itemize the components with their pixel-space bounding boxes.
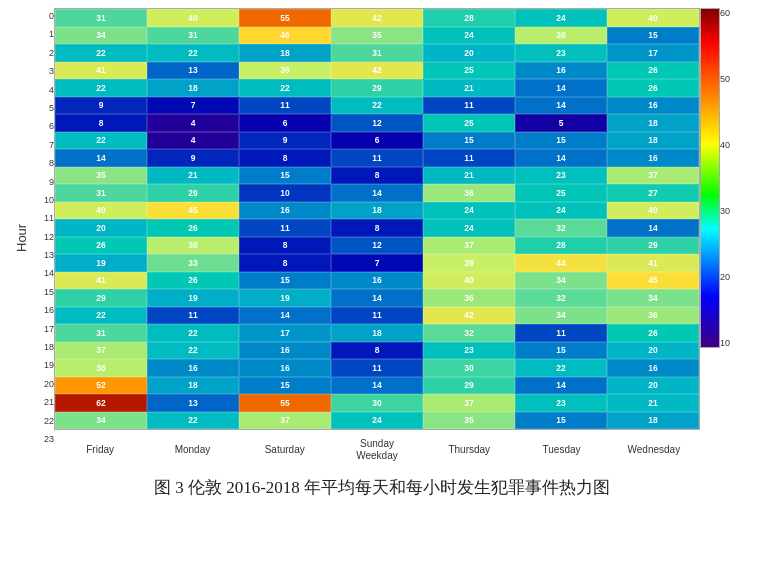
heatmap-cell: 11 — [239, 97, 331, 115]
heatmap-cell: 13 — [147, 394, 239, 412]
heatmap-cell: 26 — [147, 272, 239, 290]
heatmap-cell: 31 — [331, 44, 423, 62]
colorbar-tick: 60 — [720, 8, 730, 18]
heatmap-cell: 55 — [239, 9, 331, 27]
heatmap-cell: 27 — [607, 184, 699, 202]
heatmap-cell: 16 — [515, 62, 607, 80]
heatmap-cell: 18 — [607, 114, 699, 132]
y-tick: 0 — [32, 12, 54, 21]
heatmap-cell: 21 — [423, 79, 515, 97]
heatmap-cell: 11 — [239, 219, 331, 237]
heatmap-cell: 15 — [423, 132, 515, 150]
heatmap-cell: 14 — [515, 149, 607, 167]
heatmap-cell: 29 — [423, 377, 515, 395]
heatmap-cell: 42 — [423, 307, 515, 325]
heatmap-cell: 41 — [607, 254, 699, 272]
y-tick: 14 — [32, 269, 54, 278]
heatmap-cell: 25 — [423, 114, 515, 132]
heatmap-cell: 30 — [331, 394, 423, 412]
heatmap-cell: 25 — [423, 62, 515, 80]
heatmap-cell: 8 — [239, 149, 331, 167]
heatmap-cell: 29 — [55, 289, 147, 307]
heatmap-cell: 14 — [607, 219, 699, 237]
x-tick-2: Saturday — [239, 432, 331, 468]
heatmap-cell: 12 — [331, 114, 423, 132]
heatmap-container: 3140554228244034314635243815222218312023… — [54, 8, 700, 468]
heatmap-cell: 29 — [147, 184, 239, 202]
heatmap-cell: 7 — [147, 97, 239, 115]
heatmap-cell: 34 — [607, 289, 699, 307]
heatmap-cell: 7 — [331, 254, 423, 272]
y-tick: 7 — [32, 141, 54, 150]
x-tick-1: Monday — [146, 432, 238, 468]
x-axis: FridayMondaySaturdaySundayWeekdayThursda… — [54, 432, 700, 468]
heatmap-cell: 24 — [423, 27, 515, 45]
heatmap-cell: 40 — [423, 272, 515, 290]
heatmap-cell: 15 — [515, 412, 607, 430]
heatmap-cell: 11 — [331, 307, 423, 325]
heatmap-cell: 16 — [239, 342, 331, 360]
heatmap-and-colorbar: 3140554228244034314635243815222218312023… — [54, 8, 752, 468]
heatmap-cell: 22 — [55, 79, 147, 97]
heatmap-cell: 14 — [515, 97, 607, 115]
heatmap-cell: 40 — [55, 202, 147, 220]
heatmap-cell: 44 — [515, 254, 607, 272]
heatmap-cell: 31 — [55, 9, 147, 27]
heatmap-cell: 8 — [331, 167, 423, 185]
heatmap-cell: 32 — [423, 324, 515, 342]
heatmap-cell: 37 — [423, 394, 515, 412]
heatmap-cell: 11 — [331, 359, 423, 377]
heatmap-cell: 22 — [55, 132, 147, 150]
heatmap-cell: 28 — [423, 9, 515, 27]
colorbar-tick: 30 — [720, 206, 730, 216]
heatmap-cell: 24 — [423, 219, 515, 237]
y-tick: 9 — [32, 178, 54, 187]
heatmap-cell: 20 — [55, 219, 147, 237]
heatmap-cell: 14 — [515, 79, 607, 97]
y-tick: 18 — [32, 343, 54, 352]
heatmap-cell: 15 — [239, 272, 331, 290]
heatmap-cell: 62 — [55, 394, 147, 412]
heatmap-cell: 28 — [515, 237, 607, 255]
heatmap-cell: 15 — [607, 27, 699, 45]
y-tick: 17 — [32, 325, 54, 334]
heatmap-cell: 24 — [423, 202, 515, 220]
heatmap-cell: 25 — [515, 184, 607, 202]
heatmap-cell: 38 — [515, 27, 607, 45]
heatmap-cell: 18 — [239, 44, 331, 62]
heatmap-cell: 16 — [239, 359, 331, 377]
heatmap-cell: 20 — [423, 44, 515, 62]
heatmap-cell: 36 — [423, 184, 515, 202]
colorbar-tick: 20 — [720, 272, 730, 282]
heatmap-cell: 8 — [331, 219, 423, 237]
heatmap-cell: 31 — [55, 324, 147, 342]
y-axis-ticks: 01234567891011121314151617181920212223 — [32, 8, 54, 468]
heatmap-cell: 11 — [147, 307, 239, 325]
heatmap-cell: 15 — [239, 167, 331, 185]
heatmap-cell: 36 — [607, 307, 699, 325]
heatmap-cell: 22 — [55, 44, 147, 62]
y-tick: 1 — [32, 30, 54, 39]
heatmap-cell: 16 — [239, 202, 331, 220]
heatmap-grid: 3140554228244034314635243815222218312023… — [54, 8, 700, 430]
heatmap-cell: 22 — [515, 359, 607, 377]
heatmap-cell: 26 — [55, 237, 147, 255]
heatmap-cell: 16 — [147, 359, 239, 377]
colorbar-wrapper: 605040302010 — [700, 8, 752, 468]
y-tick: 5 — [32, 104, 54, 113]
y-tick: 6 — [32, 122, 54, 131]
heatmap-cell: 34 — [515, 307, 607, 325]
heatmap-cell: 29 — [331, 79, 423, 97]
heatmap-cell: 14 — [331, 184, 423, 202]
heatmap-cell: 35 — [423, 412, 515, 430]
heatmap-cell: 26 — [147, 219, 239, 237]
y-tick: 22 — [32, 417, 54, 426]
heatmap-cell: 33 — [147, 254, 239, 272]
heatmap-cell: 37 — [423, 237, 515, 255]
heatmap-cell: 18 — [331, 202, 423, 220]
y-axis-label: Hour — [12, 8, 30, 468]
heatmap-cell: 11 — [423, 97, 515, 115]
heatmap-cell: 35 — [55, 167, 147, 185]
heatmap-cell: 4 — [147, 114, 239, 132]
heatmap-cell: 17 — [239, 324, 331, 342]
